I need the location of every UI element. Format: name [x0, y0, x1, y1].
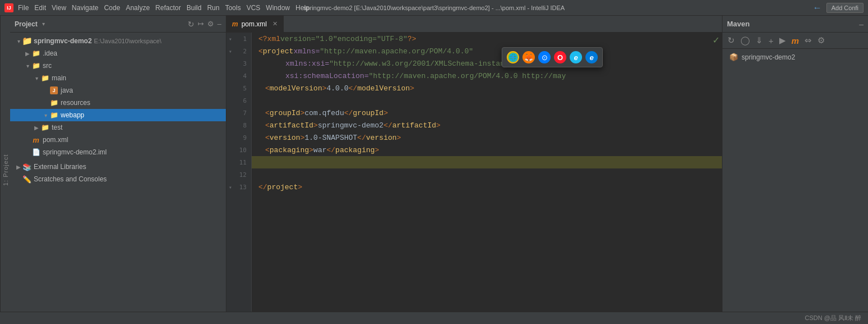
- settings-icon[interactable]: ⚙: [207, 20, 214, 28]
- maven-toolbar: ↻ ◯ ⇓ + ▶ m ⇔ ⚙: [722, 33, 868, 49]
- tree-pom[interactable]: m pom.xml: [10, 134, 226, 146]
- ie-icon[interactable]: e: [570, 51, 582, 63]
- line-gutter: ▾1 ▾2 3 4 5 6 7 8 9 10 11 12 ▾13: [226, 33, 252, 324]
- sync-icon[interactable]: ↻: [188, 20, 194, 29]
- titlebar: IJ File Edit View Navigate Code Analyze …: [0, 0, 868, 16]
- line-num-8: 8: [226, 119, 251, 131]
- maven-collapse-icon[interactable]: –: [859, 20, 864, 29]
- edge-icon[interactable]: e: [585, 51, 598, 63]
- scratches-label: Scratches and Consoles: [34, 175, 107, 183]
- maven-download-btn[interactable]: ⇓: [754, 34, 765, 47]
- line-num-9: 9: [226, 131, 251, 144]
- maven-project-label: springmvc-demo2: [742, 53, 795, 61]
- tab-close-icon[interactable]: ✕: [272, 20, 278, 28]
- code-line-11: [252, 156, 722, 168]
- main-label: main: [52, 74, 66, 82]
- tree-resources[interactable]: 📁 resources: [10, 97, 226, 109]
- code-line-4: xsi:schemaLocation="http://maven.apache.…: [252, 70, 722, 82]
- maven-settings-btn[interactable]: ⚙: [816, 34, 826, 47]
- line-num-4: 4: [226, 70, 251, 82]
- maven-refresh-btn[interactable]: ↻: [726, 34, 737, 47]
- app-icon: IJ: [4, 3, 13, 12]
- iml-label: springmvc-demo2.iml: [43, 148, 107, 156]
- header-icons: ↻ ↦ ⚙ –: [188, 20, 221, 29]
- chrome-icon[interactable]: 🌐: [507, 51, 519, 63]
- project-sidebar-tab[interactable]: 1: Project: [0, 16, 10, 324]
- code-line-2: <project xmlns="http://maven.apache.org/…: [252, 45, 722, 57]
- code-line-3: xmlns:xsi="http://www.w3.org/2001/XMLSch…: [252, 57, 722, 70]
- expand-icon: ▾: [42, 21, 45, 27]
- menu-bar: File Edit View Navigate Code Analyze Ref…: [18, 4, 310, 12]
- maven-add-btn[interactable]: ◯: [739, 34, 752, 47]
- line-num-5: 5: [226, 82, 251, 94]
- tab-pom-xml[interactable]: m pom.xml ✕: [226, 16, 284, 33]
- maven-plus-btn[interactable]: +: [767, 35, 775, 47]
- tree-main[interactable]: ▾ 📁 main: [10, 72, 226, 84]
- menu-edit[interactable]: Edit: [34, 4, 46, 12]
- line-num-6: 6: [226, 94, 251, 107]
- add-config-button[interactable]: Add Confi: [826, 3, 864, 13]
- code-line-9: <version>1.0-SNAPSHOT</version>: [252, 131, 722, 144]
- code-line-5: <modelVersion>4.0.0</modelVersion>: [252, 82, 722, 94]
- menu-navigate[interactable]: Navigate: [72, 4, 98, 12]
- maven-project-item[interactable]: 📦 springmvc-demo2: [722, 51, 868, 63]
- tree-webapp[interactable]: ▾ 📁 webapp: [10, 109, 226, 121]
- browser-open-popup[interactable]: 🌐 🦊 ⊙ O e e: [502, 47, 603, 67]
- tree-root[interactable]: ▾ 📁 springmvc-demo2 E:\Java2010\workspac…: [10, 35, 226, 47]
- line-num-12: 12: [226, 168, 251, 181]
- test-label: test: [52, 124, 62, 131]
- menu-build[interactable]: Build: [187, 4, 202, 12]
- code-editor[interactable]: <?xml version="1.0" encoding="UTF-8"?> <…: [252, 33, 722, 324]
- tree-test[interactable]: ▶ 📁 test: [10, 121, 226, 134]
- menu-window[interactable]: Window: [266, 4, 290, 12]
- code-line-12: [252, 168, 722, 181]
- line-num-10: 10: [226, 144, 251, 156]
- menu-tools[interactable]: Tools: [225, 4, 241, 12]
- menu-run[interactable]: Run: [207, 4, 220, 12]
- line-num-2: ▾2: [226, 45, 251, 57]
- code-line-7: <groupId>com.qfedu</groupId>: [252, 107, 722, 119]
- line-num-13: ▾13: [226, 181, 251, 193]
- safari-icon[interactable]: ⊙: [538, 51, 551, 63]
- statusbar: CSDN @品 风Ⅱ未 醉: [0, 312, 868, 324]
- line-num-11: 11: [226, 156, 251, 168]
- code-line-8: <artifactId>springmvc-demo2</artifactId>: [252, 119, 722, 131]
- maven-run-btn[interactable]: ▶: [778, 34, 788, 47]
- collapse-icon[interactable]: ↦: [198, 20, 204, 28]
- maven-m-btn[interactable]: m: [790, 35, 801, 47]
- tree-java[interactable]: J java: [10, 84, 226, 97]
- code-line-10: <packaging>war</packaging>: [252, 144, 722, 156]
- tree-iml[interactable]: 📄 springmvc-demo2.iml: [10, 146, 226, 158]
- line-num-3: 3: [226, 57, 251, 70]
- code-line-13: </project>: [252, 181, 722, 193]
- code-line-1: <?xml version="1.0" encoding="UTF-8"?>: [252, 33, 722, 45]
- line-num-1: ▾1: [226, 33, 251, 45]
- tree-src[interactable]: ▾ 📁 src: [10, 60, 226, 72]
- menu-refactor[interactable]: Refactor: [156, 4, 181, 12]
- line-num-7: 7: [226, 107, 251, 119]
- tree-external-libs[interactable]: ▶ 📚 External Libraries: [10, 161, 226, 173]
- menu-vcs[interactable]: VCS: [247, 4, 261, 12]
- maven-panel-title: Maven: [727, 20, 749, 28]
- maven-expand-btn[interactable]: ⇔: [803, 34, 814, 47]
- nav-back-icon[interactable]: ←: [813, 3, 822, 13]
- maven-project-icon: 📦: [729, 53, 738, 61]
- tab-icon: m: [232, 20, 238, 28]
- menu-code[interactable]: Code: [104, 4, 120, 12]
- maven-panel-header: Maven –: [722, 16, 868, 33]
- editor-area: m pom.xml ✕ ▾1 ▾2 3 4 5 6 7 8 9 10 11 12: [226, 16, 722, 324]
- idea-label: .idea: [43, 49, 57, 57]
- pom-label: pom.xml: [43, 136, 68, 144]
- firefox-icon[interactable]: 🦊: [522, 51, 535, 63]
- maven-header-icons: –: [859, 20, 864, 29]
- root-label: springmvc-demo2: [34, 37, 92, 45]
- code-line-6: [252, 94, 722, 107]
- tree-idea[interactable]: ▶ 📁 .idea: [10, 47, 226, 60]
- tree-scratches[interactable]: ✏️ Scratches and Consoles: [10, 173, 226, 185]
- menu-file[interactable]: File: [18, 4, 29, 12]
- close-panel-icon[interactable]: –: [217, 20, 221, 28]
- menu-analyze[interactable]: Analyze: [126, 4, 150, 12]
- menu-view[interactable]: View: [52, 4, 66, 12]
- sidebar-header: Project ▾ ↻ ↦ ⚙ –: [10, 16, 226, 33]
- opera-icon[interactable]: O: [554, 51, 566, 63]
